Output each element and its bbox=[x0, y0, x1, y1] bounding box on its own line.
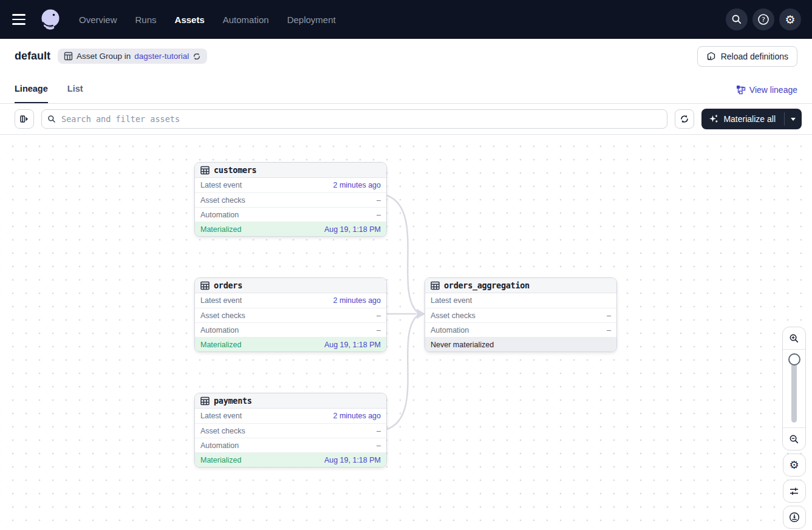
asset-node-orders[interactable]: orders Latest event 2 minutes ago Asset … bbox=[194, 277, 387, 352]
lineage-edges bbox=[0, 135, 812, 530]
chevron-down-icon bbox=[791, 118, 796, 121]
help-button[interactable]: ? bbox=[752, 8, 774, 30]
search-icon bbox=[731, 14, 742, 25]
nav-item-automation[interactable]: Automation bbox=[223, 15, 269, 25]
reload-definitions-button[interactable]: Reload definitions bbox=[697, 46, 797, 67]
status-row: Materialized Aug 19, 1:18 PM bbox=[195, 337, 386, 352]
asset-checks-value: – bbox=[377, 196, 381, 205]
materialize-all-split-button: Materialize all bbox=[701, 109, 802, 129]
automation-value: – bbox=[607, 326, 611, 335]
asset-checks-row: Asset checks – bbox=[425, 308, 616, 322]
status-row: Never materialized bbox=[425, 337, 616, 352]
zoom-slider-thumb[interactable] bbox=[788, 353, 800, 365]
table-icon bbox=[431, 281, 440, 290]
asset-name: orders_aggregation bbox=[444, 280, 530, 290]
edge-payments-to-orders-aggregation bbox=[387, 316, 417, 429]
zoom-in-button[interactable] bbox=[783, 327, 805, 350]
automation-row: Automation – bbox=[195, 207, 386, 222]
zoom-slider[interactable] bbox=[783, 350, 805, 427]
search-icon bbox=[47, 115, 56, 123]
asset-node-header[interactable]: customers bbox=[195, 163, 386, 178]
dagster-app: Overview Runs Assets Automation Deployme… bbox=[0, 0, 812, 530]
tab-lineage[interactable]: Lineage bbox=[15, 84, 48, 103]
asset-node-orders-aggregation[interactable]: orders_aggregation Latest event Asset ch… bbox=[425, 277, 617, 352]
arrow-down-circle-icon bbox=[789, 512, 800, 523]
page-header: default Asset Group in dagster-tutorial … bbox=[0, 39, 812, 73]
status-badge: Materialized bbox=[200, 456, 241, 464]
latest-event-value[interactable]: 2 minutes ago bbox=[333, 296, 381, 305]
nav-item-assets[interactable]: Assets bbox=[175, 15, 205, 25]
table-icon bbox=[64, 52, 73, 61]
view-lineage-link[interactable]: View lineage bbox=[736, 85, 797, 103]
asset-node-payments[interactable]: payments Latest event 2 minutes ago Asse… bbox=[194, 393, 387, 467]
top-nav: Overview Runs Assets Automation Deployme… bbox=[0, 0, 812, 39]
nav-item-overview[interactable]: Overview bbox=[79, 15, 117, 25]
tab-list[interactable]: List bbox=[67, 84, 83, 103]
automation-row: Automation – bbox=[425, 322, 616, 337]
code-location-link[interactable]: dagster-tutorial bbox=[134, 52, 189, 61]
search-input[interactable] bbox=[41, 109, 667, 129]
status-timestamp[interactable]: Aug 19, 1:18 PM bbox=[324, 341, 381, 349]
status-badge: Never materialized bbox=[431, 341, 494, 349]
zoom-out-button[interactable] bbox=[783, 427, 805, 450]
asset-name: payments bbox=[214, 396, 252, 406]
zoom-control bbox=[782, 327, 806, 450]
reload-icon bbox=[706, 52, 716, 61]
latest-event-row: Latest event 2 minutes ago bbox=[195, 409, 386, 423]
latest-event-value[interactable]: 2 minutes ago bbox=[333, 412, 381, 420]
sparkle-icon bbox=[709, 114, 718, 124]
tabs-row: Lineage List View lineage bbox=[0, 73, 812, 104]
settings-button[interactable]: ⚙ bbox=[779, 8, 801, 30]
status-timestamp[interactable]: Aug 19, 1:18 PM bbox=[324, 456, 381, 464]
refresh-icon bbox=[680, 114, 689, 124]
asset-checks-value: – bbox=[607, 311, 611, 320]
search-wrap bbox=[41, 109, 667, 129]
nav-item-deployment[interactable]: Deployment bbox=[287, 15, 336, 25]
gear-icon: ⚙ bbox=[785, 14, 795, 25]
graph-filters-button[interactable] bbox=[783, 480, 806, 503]
asset-name: orders bbox=[214, 280, 242, 290]
help-icon: ? bbox=[757, 13, 769, 25]
lineage-canvas[interactable]: customers Latest event 2 minutes ago Ass… bbox=[0, 135, 812, 530]
asset-node-header[interactable]: orders bbox=[195, 278, 386, 293]
asset-checks-value: – bbox=[377, 311, 381, 320]
asset-group-badge[interactable]: Asset Group in dagster-tutorial bbox=[58, 49, 207, 64]
table-icon bbox=[200, 166, 210, 175]
asset-node-customers[interactable]: customers Latest event 2 minutes ago Ass… bbox=[194, 162, 387, 237]
lineage-graph-icon bbox=[736, 85, 746, 95]
lineage-toolbar: Materialize all bbox=[0, 104, 812, 135]
asset-checks-row: Asset checks – bbox=[195, 308, 386, 322]
edge-customers-to-orders-aggregation bbox=[387, 195, 417, 311]
canvas-controls: ⚙ bbox=[782, 327, 806, 529]
asset-node-header[interactable]: orders_aggregation bbox=[425, 278, 616, 293]
badge-prefix: Asset Group in bbox=[77, 52, 131, 61]
status-badge: Materialized bbox=[200, 225, 241, 234]
graph-settings-button[interactable]: ⚙ bbox=[783, 454, 806, 477]
dagster-logo[interactable] bbox=[39, 8, 62, 31]
asset-checks-value: – bbox=[377, 427, 381, 435]
nav-item-runs[interactable]: Runs bbox=[135, 15, 157, 25]
asset-node-header[interactable]: payments bbox=[195, 393, 386, 409]
refresh-graph-button[interactable] bbox=[675, 109, 694, 129]
zoom-out-icon bbox=[789, 434, 799, 444]
table-icon bbox=[200, 281, 210, 290]
latest-event-value[interactable]: 2 minutes ago bbox=[333, 181, 381, 189]
status-timestamp[interactable]: Aug 19, 1:18 PM bbox=[324, 225, 381, 234]
refresh-icon[interactable] bbox=[193, 52, 201, 61]
edge-arrowhead bbox=[417, 309, 425, 319]
materialize-all-label: Materialize all bbox=[723, 114, 776, 124]
panel-expand-icon bbox=[19, 114, 29, 124]
asset-name: customers bbox=[214, 165, 256, 175]
automation-value: – bbox=[377, 326, 381, 335]
hamburger-menu-icon[interactable] bbox=[12, 11, 29, 28]
sidebar-toggle-button[interactable] bbox=[15, 109, 34, 129]
latest-event-row: Latest event bbox=[425, 293, 616, 308]
asset-checks-row: Asset checks – bbox=[195, 192, 386, 207]
gear-icon: ⚙ bbox=[789, 460, 799, 471]
svg-text:?: ? bbox=[762, 16, 765, 24]
materialize-all-button[interactable]: Materialize all bbox=[701, 109, 784, 129]
materialize-options-button[interactable] bbox=[785, 109, 802, 129]
search-button[interactable] bbox=[726, 8, 748, 30]
status-row: Materialized Aug 19, 1:18 PM bbox=[195, 452, 386, 467]
recenter-view-button[interactable] bbox=[783, 506, 806, 529]
